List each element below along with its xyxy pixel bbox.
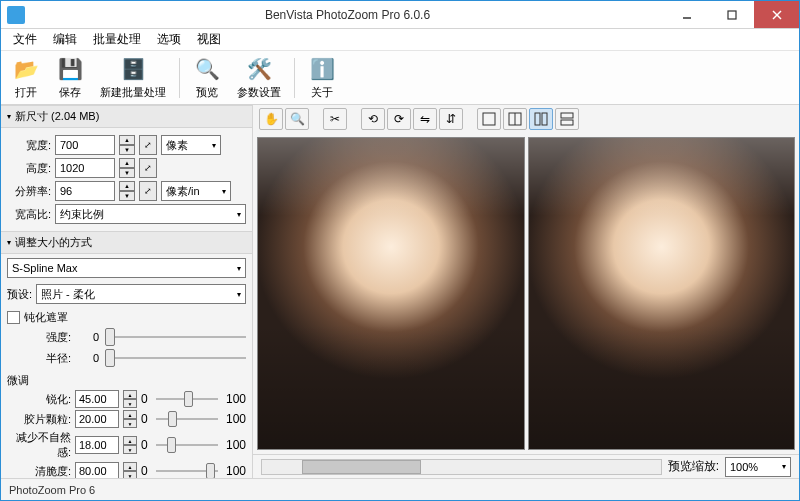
rotate-left-icon: ⟲ <box>368 112 378 126</box>
preview-area <box>253 133 799 454</box>
close-button[interactable] <box>754 1 799 28</box>
unsharp-checkbox[interactable] <box>7 311 20 324</box>
new-batch-button[interactable]: 🗄️ 新建批量处理 <box>93 52 173 103</box>
svg-rect-8 <box>542 113 547 125</box>
collapse-icon: ▾ <box>7 112 11 121</box>
new-size-title: 新尺寸 (2.04 MB) <box>15 109 99 124</box>
new-size-header[interactable]: ▾ 新尺寸 (2.04 MB) <box>1 105 252 128</box>
hand-icon: ✋ <box>264 112 279 126</box>
grain-spinner[interactable]: ▲▼ <box>123 410 137 428</box>
height-input[interactable] <box>55 158 115 178</box>
open-button[interactable]: 📂 打开 <box>5 52 47 103</box>
resize-method-header[interactable]: ▾ 调整大小的方式 <box>1 231 252 254</box>
preview-zoom-label: 预览缩放: <box>668 458 719 475</box>
svg-rect-10 <box>561 120 573 125</box>
height-label: 高度: <box>7 161 51 176</box>
toolbar-separator <box>179 58 180 98</box>
sharpness-label: 锐化: <box>7 392 71 407</box>
width-lock-button[interactable]: ⤢ <box>139 135 157 155</box>
svg-rect-7 <box>535 113 540 125</box>
menu-view[interactable]: 视图 <box>189 29 229 50</box>
flip-vertical-icon: ⇵ <box>446 112 456 126</box>
finetune-label: 微调 <box>7 373 246 388</box>
crisp-slider[interactable] <box>156 463 218 478</box>
flip-h-button[interactable]: ⇋ <box>413 108 437 130</box>
svg-rect-1 <box>728 11 736 19</box>
toolbar-separator <box>294 58 295 98</box>
settings-button[interactable]: 🛠️ 参数设置 <box>230 52 288 103</box>
preview-original-pane[interactable] <box>257 137 525 450</box>
crisp-label: 清脆度: <box>7 464 71 479</box>
window-title: BenVista PhotoZoom Pro 6.0.6 <box>31 8 664 22</box>
preview-button[interactable]: 🔍 预览 <box>186 52 228 103</box>
sharpness-input[interactable] <box>75 390 119 408</box>
resolution-lock-button[interactable]: ⤢ <box>139 181 157 201</box>
width-input[interactable] <box>55 135 115 155</box>
artifact-spinner[interactable]: ▲▼ <box>123 436 137 454</box>
settings-sidebar: ▾ 新尺寸 (2.04 MB) 宽度: ▲▼ ⤢ 像素▾ 高度: ▲▼ ⤢ 分辨… <box>1 105 253 478</box>
menubar: 文件 编辑 批量处理 选项 视图 <box>1 29 799 51</box>
preset-select[interactable]: 照片 - 柔化▾ <box>36 284 246 304</box>
status-text: PhotoZoom Pro 6 <box>9 484 95 496</box>
folder-open-icon: 📂 <box>12 55 40 83</box>
preview-zoom-select[interactable]: 100%▾ <box>725 457 791 477</box>
titlebar: BenVista PhotoZoom Pro 6.0.6 <box>1 1 799 29</box>
strength-min: 0 <box>77 331 99 343</box>
crisp-spinner[interactable]: ▲▼ <box>123 462 137 478</box>
width-label: 宽度: <box>7 138 51 153</box>
grain-label: 胶片颗粒: <box>7 412 71 427</box>
view-single-button[interactable] <box>477 108 501 130</box>
resolution-unit-select[interactable]: 像素/in▾ <box>161 181 231 201</box>
width-unit-select[interactable]: 像素▾ <box>161 135 221 155</box>
aspect-select[interactable]: 约束比例▾ <box>55 204 246 224</box>
save-icon: 💾 <box>56 55 84 83</box>
sharpness-slider[interactable] <box>156 391 218 407</box>
grain-slider[interactable] <box>156 411 218 427</box>
height-lock-button[interactable]: ⤢ <box>139 158 157 178</box>
main-toolbar: 📂 打开 💾 保存 🗄️ 新建批量处理 🔍 预览 🛠️ 参数设置 ℹ️ 关于 <box>1 51 799 105</box>
horizontal-scrollbar[interactable] <box>261 459 662 475</box>
minimize-button[interactable] <box>664 1 709 28</box>
preview-footer: 预览缩放: 100%▾ <box>253 454 799 478</box>
preview-result-pane[interactable] <box>528 137 796 450</box>
crisp-input[interactable] <box>75 462 119 478</box>
crop-icon: ✂ <box>330 112 340 126</box>
collapse-icon: ▾ <box>7 238 11 247</box>
flip-v-button[interactable]: ⇵ <box>439 108 463 130</box>
save-button[interactable]: 💾 保存 <box>49 52 91 103</box>
radius-slider[interactable] <box>105 349 246 367</box>
radius-min: 0 <box>77 352 99 364</box>
resolution-input[interactable] <box>55 181 115 201</box>
view-split-side-button[interactable] <box>529 108 553 130</box>
resolution-label: 分辨率: <box>7 184 51 199</box>
menu-batch[interactable]: 批量处理 <box>85 29 149 50</box>
strength-label: 强度: <box>7 330 71 345</box>
rotate-right-button[interactable]: ⟳ <box>387 108 411 130</box>
resolution-spinner[interactable]: ▲▼ <box>119 181 135 201</box>
sharpness-spinner[interactable]: ▲▼ <box>123 390 137 408</box>
aspect-label: 宽高比: <box>7 207 51 222</box>
flip-horizontal-icon: ⇋ <box>420 112 430 126</box>
width-spinner[interactable]: ▲▼ <box>119 135 135 155</box>
method-select[interactable]: S-Spline Max▾ <box>7 258 246 278</box>
view-split-center-button[interactable] <box>503 108 527 130</box>
rotate-right-icon: ⟳ <box>394 112 404 126</box>
artifact-slider[interactable] <box>156 437 218 453</box>
unsharp-label: 钝化遮罩 <box>24 310 68 325</box>
zoom-tool-button[interactable]: 🔍 <box>285 108 309 130</box>
hand-tool-button[interactable]: ✋ <box>259 108 283 130</box>
maximize-button[interactable] <box>709 1 754 28</box>
menu-edit[interactable]: 编辑 <box>45 29 85 50</box>
crop-tool-button[interactable]: ✂ <box>323 108 347 130</box>
strength-slider[interactable] <box>105 328 246 346</box>
resize-method-title: 调整大小的方式 <box>15 235 92 250</box>
height-spinner[interactable]: ▲▼ <box>119 158 135 178</box>
view-split-stack-button[interactable] <box>555 108 579 130</box>
grain-input[interactable] <box>75 410 119 428</box>
status-bar: PhotoZoom Pro 6 <box>1 478 799 500</box>
artifact-input[interactable] <box>75 436 119 454</box>
rotate-left-button[interactable]: ⟲ <box>361 108 385 130</box>
menu-options[interactable]: 选项 <box>149 29 189 50</box>
menu-file[interactable]: 文件 <box>5 29 45 50</box>
about-button[interactable]: ℹ️ 关于 <box>301 52 343 103</box>
